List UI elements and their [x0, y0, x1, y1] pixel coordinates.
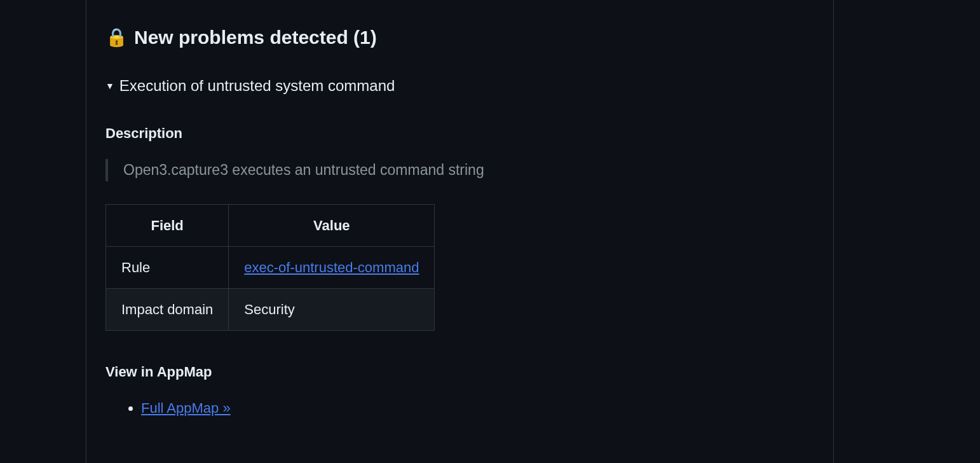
- full-appmap-link[interactable]: Full AppMap »: [141, 400, 231, 416]
- table-cell-value: exec-of-untrusted-command: [229, 246, 435, 288]
- table-header-value: Value: [229, 204, 435, 246]
- problem-details-table: Field Value Rule exec-of-untrusted-comma…: [105, 204, 435, 331]
- lock-icon: 🔒: [105, 29, 128, 46]
- problem-report-panel: 🔒 New problems detected (1) ▼ Execution …: [86, 0, 834, 463]
- view-in-appmap-label: View in AppMap: [105, 361, 814, 382]
- problem-summary-text: Execution of untrusted system command: [119, 74, 395, 97]
- table-header-row: Field Value: [106, 204, 435, 246]
- table-cell-value: Security: [229, 288, 435, 330]
- rule-link[interactable]: exec-of-untrusted-command: [244, 259, 419, 275]
- table-header-field: Field: [106, 204, 229, 246]
- heading-text: New problems detected (1): [134, 23, 377, 52]
- triangle-down-icon: ▼: [105, 81, 114, 90]
- heading-new-problems: 🔒 New problems detected (1): [105, 23, 814, 52]
- list-item: Full AppMap »: [141, 397, 814, 418]
- table-row: Impact domain Security: [106, 288, 435, 330]
- table-row: Rule exec-of-untrusted-command: [106, 246, 435, 288]
- description-text: Open3.capture3 executes an untrusted com…: [105, 159, 814, 181]
- appmap-links-list: Full AppMap »: [105, 397, 814, 418]
- table-cell-field: Impact domain: [106, 288, 229, 330]
- problem-summary-toggle[interactable]: ▼ Execution of untrusted system command: [105, 74, 814, 97]
- table-cell-field: Rule: [106, 246, 229, 288]
- description-label: Description: [105, 123, 814, 144]
